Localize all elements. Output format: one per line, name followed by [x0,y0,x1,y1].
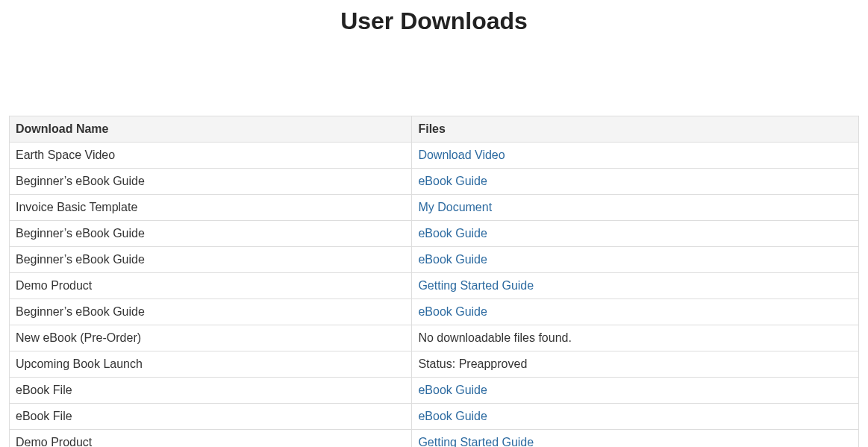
download-name-cell: Beginner’s eBook Guide [10,221,412,247]
file-status-text: Status: Preapproved [418,357,527,370]
table-header-row: Download Name Files [10,116,859,143]
table-row: Invoice Basic TemplateMy Document [10,195,859,221]
download-file-link[interactable]: Download Video [418,149,505,161]
download-name-cell: New eBook (Pre-Order) [10,325,412,351]
files-cell: eBook Guide [412,404,859,430]
download-file-link[interactable]: eBook Guide [418,384,487,396]
download-file-link[interactable]: My Document [418,201,492,213]
table-row: Upcoming Book LaunchStatus: Preapproved [10,351,859,378]
download-name-cell: Demo Product [10,430,412,448]
table-row: New eBook (Pre-Order)No downloadable fil… [10,325,859,351]
download-file-link[interactable]: eBook Guide [418,175,487,187]
download-file-link[interactable]: eBook Guide [418,253,487,266]
header-download-name: Download Name [10,116,412,143]
download-name-cell: eBook File [10,378,412,404]
files-cell: eBook Guide [412,169,859,195]
files-cell: eBook Guide [412,221,859,247]
download-file-link[interactable]: Getting Started Guide [418,436,534,447]
page-title: User Downloads [0,0,868,41]
table-row: Demo ProductGetting Started Guide [10,273,859,299]
table-row: Beginner’s eBook GuideeBook Guide [10,299,859,325]
downloads-table: Download Name Files Earth Space VideoDow… [9,116,859,447]
download-file-link[interactable]: eBook Guide [418,305,487,318]
table-row: eBook FileeBook Guide [10,404,859,430]
table-row: Beginner’s eBook GuideeBook Guide [10,247,859,273]
files-cell: My Document [412,195,859,221]
download-name-cell: Upcoming Book Launch [10,351,412,378]
table-row: Beginner’s eBook GuideeBook Guide [10,169,859,195]
download-name-cell: Earth Space Video [10,143,412,169]
download-name-cell: Invoice Basic Template [10,195,412,221]
header-files: Files [412,116,859,143]
download-name-cell: Beginner’s eBook Guide [10,299,412,325]
download-name-cell: Beginner’s eBook Guide [10,169,412,195]
files-cell: Getting Started Guide [412,430,859,448]
download-name-cell: Demo Product [10,273,412,299]
download-file-link[interactable]: eBook Guide [418,227,487,240]
download-name-cell: eBook File [10,404,412,430]
table-row: eBook FileeBook Guide [10,378,859,404]
files-cell: eBook Guide [412,378,859,404]
table-row: Demo ProductGetting Started Guide [10,430,859,448]
download-name-cell: Beginner’s eBook Guide [10,247,412,273]
files-cell: eBook Guide [412,299,859,325]
files-cell: eBook Guide [412,247,859,273]
downloads-table-container: Download Name Files Earth Space VideoDow… [0,41,868,447]
files-cell: No downloadable files found. [412,325,859,351]
download-file-link[interactable]: Getting Started Guide [418,279,534,292]
files-cell: Download Video [412,143,859,169]
download-file-link[interactable]: eBook Guide [418,410,487,422]
files-cell: Status: Preapproved [412,351,859,378]
table-row: Beginner’s eBook GuideeBook Guide [10,221,859,247]
table-row: Earth Space VideoDownload Video [10,143,859,169]
file-status-text: No downloadable files found. [418,331,571,344]
files-cell: Getting Started Guide [412,273,859,299]
